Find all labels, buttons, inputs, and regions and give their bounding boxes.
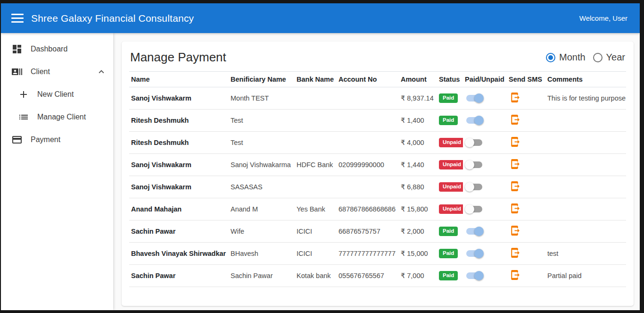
cell-paid-toggle <box>463 87 507 110</box>
cell-send-sms <box>507 87 545 110</box>
top-app-bar: Shree Galaxy Financial Consultancy Welco… <box>1 3 640 33</box>
paid-toggle[interactable] <box>465 204 484 214</box>
paid-toggle[interactable] <box>465 93 484 103</box>
cell-account: 777777777777777 <box>337 243 399 265</box>
cell-amount: ₹ 8,937.14 <box>399 87 437 110</box>
menu-icon[interactable] <box>11 14 24 23</box>
cell-comment: This is for testing purpose <box>545 87 626 110</box>
send-to-mobile-icon[interactable] <box>509 225 520 237</box>
column-header-paid-unpaid: Paid/Unpaid <box>463 72 507 87</box>
cell-send-sms <box>507 243 545 265</box>
cell-send-sms <box>507 176 545 198</box>
clients-icon <box>11 66 23 77</box>
page-title: Manage Payment <box>130 50 226 65</box>
table-row: Sanoj VishwakarmMonth TEST₹ 8,937.14Paid… <box>129 87 626 110</box>
cell-status: Paid <box>437 110 463 132</box>
cell-account <box>337 110 399 132</box>
radio-label: Year <box>606 52 625 63</box>
cell-name: Sachin Pawar <box>129 265 229 287</box>
send-to-mobile-icon[interactable] <box>509 269 520 281</box>
sidebar-item-dashboard[interactable]: Dashboard <box>1 38 113 60</box>
status-badge: Unpaid <box>439 182 463 192</box>
cell-send-sms <box>507 265 545 287</box>
app-window: Shree Galaxy Financial Consultancy Welco… <box>1 3 640 310</box>
plus-icon <box>18 89 29 100</box>
cell-paid-toggle <box>463 220 507 243</box>
cell-paid-toggle <box>463 154 507 176</box>
table-row: Sanoj VishwakarmSASASAS₹ 6,880Unpaid <box>129 176 626 198</box>
cell-bank: ICICI <box>295 220 337 243</box>
sidebar-nav: DashboardClientNew ClientManage ClientPa… <box>1 33 113 310</box>
cell-comment <box>545 110 626 132</box>
send-to-mobile-icon[interactable] <box>509 114 520 126</box>
cell-paid-toggle <box>463 198 507 220</box>
send-to-mobile-icon[interactable] <box>509 247 520 259</box>
send-to-mobile-icon[interactable] <box>509 136 520 148</box>
cell-account <box>337 87 399 110</box>
cell-status: Unpaid <box>437 154 463 176</box>
main-content: Manage Payment MonthYear NameBenificiary… <box>113 33 640 310</box>
paid-toggle[interactable] <box>465 249 484 258</box>
cell-account: 687867866868686 <box>337 198 399 220</box>
sidebar-item-new-client[interactable]: New Client <box>1 83 113 106</box>
cell-name: Sanoj Vishwakarm <box>129 154 229 176</box>
status-badge: Unpaid <box>439 138 463 147</box>
radio-month[interactable]: Month <box>546 52 586 63</box>
paid-toggle[interactable] <box>465 116 484 125</box>
cell-comment: test <box>545 243 626 265</box>
status-badge: Unpaid <box>439 160 463 169</box>
cell-comment <box>545 220 626 243</box>
cell-paid-toggle <box>463 132 507 154</box>
table-row: Anand MahajanAnand MYes Bank687867866868… <box>129 198 626 220</box>
list-icon <box>18 111 29 123</box>
dashboard-icon <box>11 43 23 55</box>
cell-amount: ₹ 15,000 <box>399 243 437 265</box>
status-badge: Paid <box>439 93 458 103</box>
send-to-mobile-icon[interactable] <box>509 92 520 103</box>
cell-name: Sanoj Vishwakarm <box>129 176 229 198</box>
status-badge: Unpaid <box>439 204 463 214</box>
cell-name: Bhavesh Vinayak Shirwadkar <box>129 243 229 265</box>
status-badge: Paid <box>439 271 458 280</box>
send-to-mobile-icon[interactable] <box>509 180 520 192</box>
cell-beneficiary: Wife <box>229 220 295 243</box>
cell-beneficiary: Test <box>229 110 295 132</box>
cell-status: Paid <box>437 243 463 265</box>
cell-amount: ₹ 6,880 <box>399 176 437 198</box>
column-header-bank-name: Bank Name <box>295 72 337 87</box>
table-row: Sanoj VishwakarmSanoj VishwakarmaHDFC Ba… <box>129 154 626 176</box>
cell-comment: Partial paid <box>545 265 626 287</box>
table-row: Bhavesh Vinayak ShirwadkarBHaveshICICI77… <box>129 243 626 265</box>
cell-comment <box>545 154 626 176</box>
table-row: Ritesh DeshmukhTest₹ 1,400Paid <box>129 110 626 132</box>
table-row: Sachin PawarWifeICICI66876575757₹ 2,000P… <box>129 220 626 243</box>
paid-toggle[interactable] <box>465 160 484 169</box>
cell-bank: HDFC Bank <box>295 154 337 176</box>
cell-send-sms <box>507 132 545 154</box>
cell-paid-toggle <box>463 176 507 198</box>
cell-beneficiary: Sanoj Vishwakarma <box>229 154 295 176</box>
paid-toggle[interactable] <box>465 271 484 280</box>
column-header-benificiary-name: Benificiary Name <box>229 72 295 87</box>
send-to-mobile-icon[interactable] <box>509 158 520 170</box>
paid-toggle[interactable] <box>465 138 484 147</box>
radio-year[interactable]: Year <box>593 52 625 63</box>
cell-bank <box>295 176 337 198</box>
cell-send-sms <box>507 198 545 220</box>
status-badge: Paid <box>439 227 458 236</box>
cell-amount: ₹ 1,440 <box>399 154 437 176</box>
chevron-up-icon[interactable] <box>96 67 107 77</box>
cell-account: 66876575757 <box>337 220 399 243</box>
cell-status: Paid <box>437 87 463 110</box>
table-header-row: NameBenificiary NameBank NameAccount NoA… <box>129 72 626 87</box>
sidebar-item-manage-client[interactable]: Manage Client <box>1 106 113 128</box>
paid-toggle[interactable] <box>465 182 484 192</box>
paid-toggle[interactable] <box>465 227 484 236</box>
sidebar-item-client[interactable]: Client <box>1 60 113 83</box>
send-to-mobile-icon[interactable] <box>509 203 520 214</box>
sidebar-item-payment[interactable]: Payment <box>1 128 113 151</box>
radio-circle-icon[interactable] <box>546 53 555 62</box>
cell-account <box>337 132 399 154</box>
payments-table: NameBenificiary NameBank NameAccount NoA… <box>129 71 626 287</box>
radio-circle-icon[interactable] <box>593 53 603 62</box>
